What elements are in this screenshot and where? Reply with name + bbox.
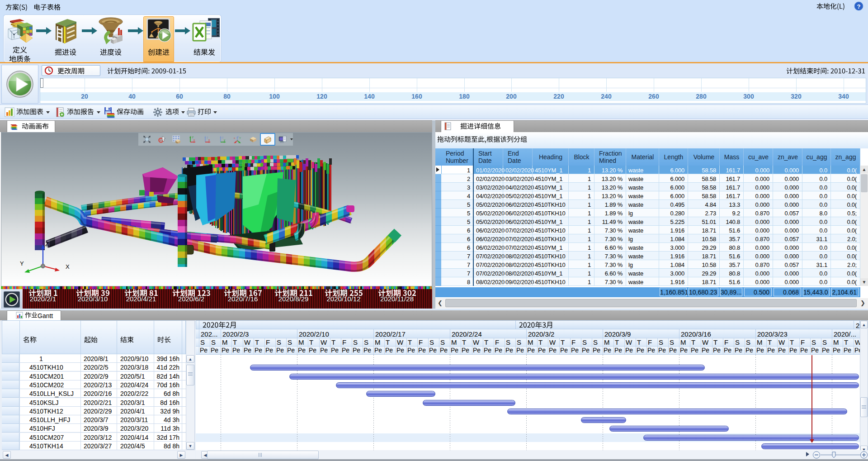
svg-text:x: x [234,137,235,139]
svg-text:x: x [193,138,195,142]
svg-text:x: x [208,138,210,142]
svg-text:?: ? [857,3,861,10]
svg-text:Y: Y [20,260,24,267]
svg-text:Z: Z [45,241,49,247]
svg-text:y: y [224,138,226,142]
svg-text:z: z [222,136,223,139]
svg-text:z: z [238,135,239,138]
svg-text:z: z [207,136,208,139]
svg-text:X: X [66,263,70,270]
svg-text:Y: Y [239,137,241,139]
